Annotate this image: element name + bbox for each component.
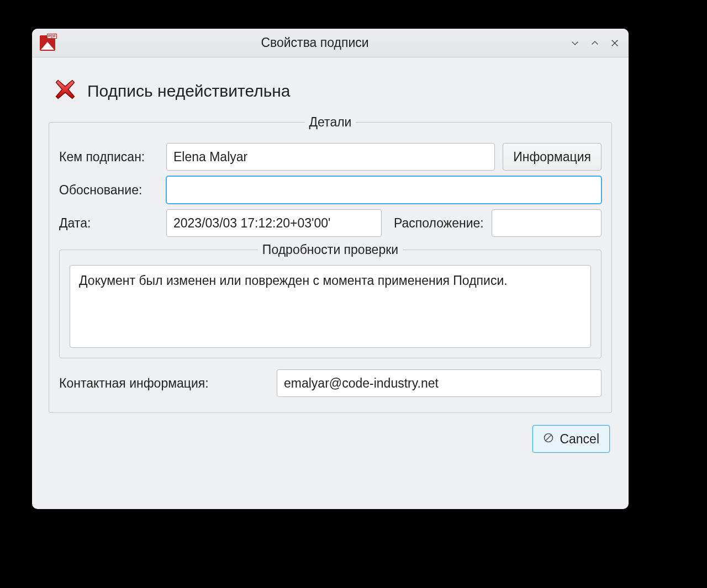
app-icon: PDF — [40, 35, 55, 51]
app-icon-glyph — [41, 42, 54, 50]
signed-by-field[interactable] — [166, 143, 495, 171]
signed-by-row: Кем подписан: Информация — [59, 143, 602, 171]
contact-field[interactable] — [277, 369, 602, 397]
date-location-row: Дата: Расположение: — [59, 209, 602, 237]
dialog-content: Подпись недействительна Детали Кем подпи… — [32, 57, 629, 509]
window-title: Свойства подписи — [61, 35, 569, 50]
maximize-button[interactable] — [589, 37, 601, 49]
verification-group: Подробности проверки Документ был измене… — [59, 242, 602, 358]
cancel-button[interactable]: Cancel — [532, 425, 610, 453]
close-icon — [610, 38, 620, 48]
reason-field[interactable] — [166, 176, 602, 204]
reason-row: Обоснование: — [59, 176, 602, 204]
cancel-icon — [543, 432, 554, 447]
dialog-window: PDF Свойства подписи — [32, 29, 629, 509]
cancel-button-label: Cancel — [560, 432, 599, 447]
location-field[interactable] — [492, 209, 602, 237]
contact-label: Контактная информация: — [59, 376, 269, 391]
location-label: Расположение: — [394, 216, 484, 231]
titlebar: PDF Свойства подписи — [32, 29, 629, 57]
titlebar-buttons — [569, 37, 621, 49]
verification-legend: Подробности проверки — [258, 242, 403, 257]
date-label: Дата: — [59, 216, 159, 231]
verification-message: Документ был изменен или поврежден с мом… — [70, 265, 591, 348]
svg-line-3 — [546, 435, 551, 441]
chevron-down-icon — [570, 38, 580, 48]
app-icon-badge: PDF — [47, 34, 57, 39]
info-button[interactable]: Информация — [503, 143, 602, 171]
date-field[interactable] — [166, 209, 382, 237]
reason-label: Обоснование: — [59, 183, 159, 198]
signed-by-label: Кем подписан: — [59, 150, 159, 165]
details-group: Детали Кем подписан: Информация Обоснова… — [49, 115, 612, 413]
details-legend: Детали — [305, 115, 356, 130]
signature-status: Подпись недействительна — [49, 70, 612, 115]
dialog-actions: Cancel — [49, 413, 612, 453]
signature-status-text: Подпись недействительна — [87, 82, 291, 100]
contact-row: Контактная информация: — [59, 369, 602, 397]
minimize-button[interactable] — [569, 37, 581, 49]
chevron-up-icon — [590, 38, 600, 48]
close-button[interactable] — [609, 37, 621, 49]
invalid-icon — [53, 77, 77, 105]
